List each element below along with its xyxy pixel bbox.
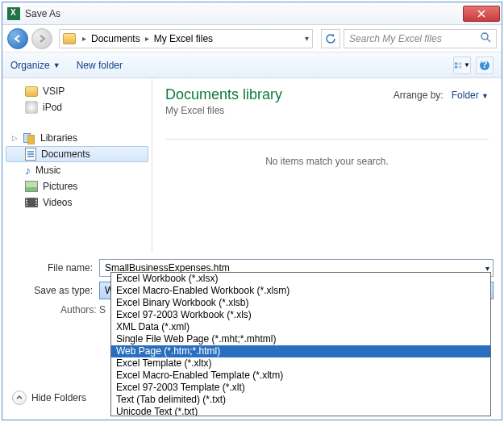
titlebar: Save As [2,2,502,25]
folder-icon [63,33,76,44]
tree-item-pictures[interactable]: Pictures [6,178,148,194]
type-option[interactable]: Single File Web Page (*.mht;*.mhtml) [111,333,490,345]
tree-item-documents[interactable]: Documents [6,146,148,162]
type-option[interactable]: Excel 97-2003 Workbook (*.xls) [111,309,490,321]
organize-menu[interactable]: Organize ▼ [10,60,60,71]
chevron-down-icon[interactable]: ▾ [485,264,489,273]
chevron-down-icon: ▼ [481,92,489,100]
nav-tree[interactable]: VSIP iPod ▷Libraries Documents ♪Music Pi… [2,78,152,253]
search-icon [480,31,491,45]
chevron-down-icon[interactable]: ▾ [305,34,309,43]
type-option[interactable]: Unicode Text (*.txt) [111,406,490,416]
chevron-down-icon: ▼ [464,61,470,69]
authors-value[interactable]: S [99,304,106,315]
chevron-up-icon [12,391,27,405]
svg-rect-2 [455,65,458,68]
back-button[interactable] [7,28,28,49]
tree-item[interactable]: iPod [6,99,148,115]
close-button[interactable] [463,6,500,22]
help-button[interactable]: ? [476,56,494,74]
arrow-left-icon [13,34,23,44]
expand-icon: ▷ [12,134,18,142]
refresh-icon [325,33,336,44]
filename-label: File name: [10,262,99,274]
chevron-down-icon: ▼ [53,61,60,69]
save-as-dialog: Save As ▸ Documents ▸ My Excel files ▾ S… [2,2,502,420]
type-option[interactable]: Excel Workbook (*.xlsx) [111,273,490,285]
music-icon: ♪ [25,165,31,176]
type-option[interactable]: Text (Tab delimited) (*.txt) [111,394,490,406]
window-title: Save As [25,8,463,19]
content-subheading: My Excel files [165,105,489,116]
search-placeholder: Search My Excel files [349,33,442,44]
tree-libraries[interactable]: ▷Libraries [6,130,148,146]
breadcrumb-item[interactable]: Documents [91,33,140,44]
type-option[interactable]: Excel 97-2003 Template (*.xlt) [111,382,490,394]
refresh-button[interactable] [321,29,340,48]
view-button[interactable]: ▼ [453,56,471,74]
tree-item-music[interactable]: ♪Music [6,162,148,178]
chevron-right-icon: ▸ [79,34,90,43]
body: VSIP iPod ▷Libraries Documents ♪Music Pi… [2,78,502,253]
toolbar: Organize ▼ New folder ▼ ? [2,52,502,78]
navbar: ▸ Documents ▸ My Excel files ▾ Search My… [2,25,502,52]
type-option[interactable]: XML Data (*.xml) [111,321,490,333]
ipod-icon [25,101,38,114]
type-option[interactable]: Excel Binary Workbook (*.xlsb) [111,297,490,309]
view-icon [454,61,462,70]
excel-icon [7,7,20,20]
arrow-right-icon [37,34,47,44]
folder-icon [25,86,38,97]
new-folder-button[interactable]: New folder [77,60,123,71]
chevron-right-icon: ▸ [142,34,152,43]
breadcrumb-item[interactable]: My Excel files [154,33,213,44]
tree-item-videos[interactable]: Videos [6,194,148,211]
divider [165,139,489,140]
svg-point-0 [481,33,488,40]
authors-label: Authors: [60,304,99,315]
hide-folders-button[interactable]: Hide Folders [12,391,86,405]
videos-icon [25,198,38,207]
search-input[interactable]: Search My Excel files [344,29,497,48]
empty-message: No items match your search. [165,156,489,167]
tree-item[interactable]: VSIP [6,83,148,99]
svg-text:?: ? [481,60,487,70]
pictures-icon [25,181,38,192]
type-option[interactable]: Web Page (*.htm;*.html) [111,345,490,357]
forward-button[interactable] [31,28,52,49]
help-icon: ? [479,60,490,71]
content-pane: Documents library My Excel files Arrange… [152,78,502,253]
arrange-value[interactable]: Folder [452,90,479,101]
svg-rect-1 [455,62,458,65]
type-option[interactable]: Excel Macro-Enabled Workbook (*.xlsm) [111,285,490,297]
close-icon [477,10,485,18]
type-option[interactable]: Excel Template (*.xltx) [111,357,490,370]
libraries-icon [23,132,35,144]
type-option[interactable]: Excel Macro-Enabled Template (*.xltm) [111,370,490,382]
breadcrumb[interactable]: ▸ Documents ▸ My Excel files ▾ [59,29,313,48]
arrange-by[interactable]: Arrange by: Folder ▼ [394,90,489,101]
documents-icon [25,148,36,161]
save-as-type-label: Save as type: [10,285,99,296]
type-dropdown[interactable]: Excel Workbook (*.xlsx)Excel Macro-Enabl… [110,272,491,416]
